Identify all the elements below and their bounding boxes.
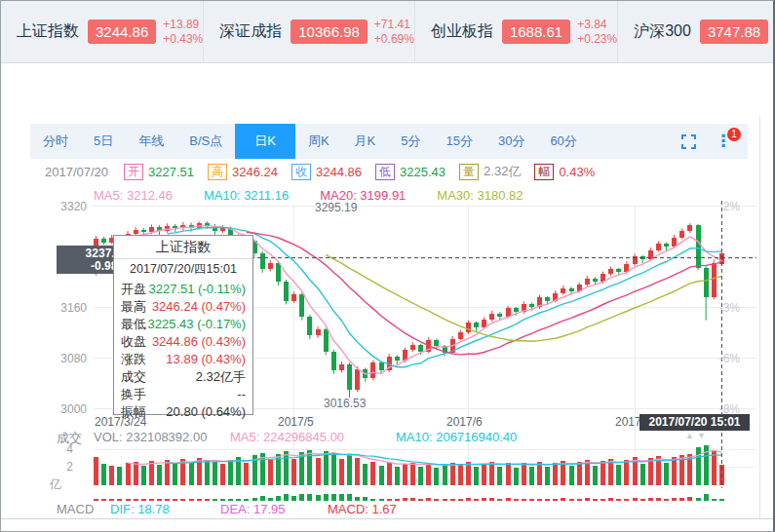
ticker-chinext[interactable]: 创业板指 1688.61 +3.84 +0.23% (415, 1, 618, 62)
ticker-price-badge: 10366.98 (291, 19, 368, 44)
tooltip-value: 3227.51 (-0.11%) (149, 281, 247, 298)
tooltip-value: 20.80 (0.64%) (166, 403, 246, 421)
scale-down-icon[interactable]: ▼ (697, 431, 709, 440)
tooltip-label: 振幅 (121, 403, 146, 421)
ticker-change: +71.41 (374, 18, 414, 32)
info-key-open: 开 (124, 164, 143, 180)
tab-5day[interactable]: 5日 (81, 124, 126, 159)
tab-30min[interactable]: 30分 (485, 124, 537, 159)
tooltip-value: 3225.43 (-0.17%) (148, 316, 246, 333)
macd-pane-label: MACD (57, 502, 94, 516)
period-tab-bar: 分时 5日 年线 B/S点 日K 周K 月K 5分 15分 30分 60分 ⋮ … (30, 124, 748, 159)
info-value-volume: 2.32亿 (484, 163, 521, 180)
index-ticker-bar: 上证指数 3244.86 +13.89 +0.43% 深证成指 10366.98… (1, 1, 773, 63)
info-value-high: 3246.24 (232, 165, 278, 179)
y-axis-label: 3160 (54, 301, 87, 315)
tab-5min[interactable]: 5分 (388, 124, 433, 159)
info-key-volume: 量 (459, 164, 479, 180)
fullscreen-icon[interactable] (679, 133, 697, 150)
macd-dif-value: DIF: 18.78 (110, 502, 170, 516)
info-key-amplitude: 幅 (534, 164, 554, 180)
ticker-pct: +0.69% (374, 32, 414, 47)
ticker-pct: +0.43% (163, 32, 203, 47)
info-key-high: 高 (208, 164, 227, 180)
volume-ma10-value: MA10: 206716940.40 (396, 430, 517, 444)
ticker-shanghai[interactable]: 上证指数 3244.86 +13.89 +0.43% (1, 1, 204, 62)
tab-minute[interactable]: 分时 (30, 124, 81, 159)
tooltip-label: 涨跌 (121, 351, 146, 368)
ticker-shenzhen[interactable]: 深证成指 10366.98 +71.41 +0.69% (204, 1, 415, 62)
stock-app-window: 上证指数 3244.86 +13.89 +0.43% 深证成指 10366.98… (0, 0, 775, 532)
ticker-name: 沪深300 (634, 21, 691, 42)
y-axis-label: 3000 (54, 402, 87, 416)
ohlc-info-bar: 2017/07/20 开 3227.51 高 3246.24 收 3244.86… (45, 163, 595, 180)
ticker-change: +13.89 (163, 18, 203, 32)
ticker-name: 深证成指 (219, 21, 282, 42)
ticker-pct: +0.23% (577, 32, 617, 47)
ticker-price-badge: 3244.86 (88, 19, 156, 44)
tooltip-label: 开盘 (121, 281, 146, 298)
volume-axis-label: 4 (40, 442, 73, 456)
tooltip-datetime: 2017/07/20/四15:01 (114, 259, 252, 281)
ticker-price-badge: 3747.88 (700, 19, 768, 44)
tooltip-value: 2.32亿手 (196, 368, 246, 386)
tooltip-label: 最高 (121, 298, 146, 316)
scale-up-icon[interactable]: ▲ (685, 431, 697, 440)
panel-divider (759, 116, 760, 519)
ticker-name: 上证指数 (17, 21, 79, 42)
tab-monthly-k[interactable]: 月K (342, 124, 389, 159)
info-date: 2017/07/20 (45, 165, 108, 179)
tab-15min[interactable]: 15分 (433, 124, 484, 159)
tooltip-label: 换手 (121, 386, 146, 403)
y-axis-label: 3080 (54, 352, 87, 365)
ticker-csi300[interactable]: 沪深300 3747.88 +18.14 +0.49% (618, 1, 775, 62)
y-axis-label: 3320 (54, 200, 87, 213)
bottom-border-line (1, 518, 773, 519)
info-value-amplitude: 0.43% (559, 165, 595, 179)
tab-weekly-k[interactable]: 周K (295, 124, 342, 159)
tooltip-title: 上证指数 (114, 236, 252, 259)
info-key-low: 低 (375, 164, 395, 180)
tooltip-value: -- (237, 386, 246, 403)
tooltip-label: 最低 (121, 316, 146, 333)
ticker-change: +3.84 (577, 18, 617, 32)
tooltip-label: 收盘 (121, 333, 146, 351)
info-key-close: 收 (291, 164, 311, 180)
notification-badge: 1 (727, 128, 741, 141)
macd-dea-value: DEA: 17.95 (220, 502, 286, 516)
more-menu-icon[interactable]: ⋮ 1 (715, 133, 732, 150)
volume-axis-unit: 亿 (28, 476, 61, 493)
info-value-close: 3244.86 (316, 165, 362, 179)
volume-axis-label: 2 (40, 460, 73, 474)
info-value-low: 3225.43 (400, 165, 446, 179)
volume-value: VOL: 232108392.00 (94, 430, 207, 444)
info-value-open: 3227.51 (148, 165, 194, 179)
ticker-name: 创业板指 (431, 21, 493, 42)
tooltip-label: 成交 (121, 368, 146, 386)
ticker-price-badge: 1688.61 (502, 19, 570, 44)
tab-bs-points[interactable]: B/S点 (176, 124, 235, 159)
tooltip-value: 3246.24 (0.47%) (152, 298, 246, 316)
tab-yearly[interactable]: 年线 (126, 124, 176, 159)
tooltip-value: 13.89 (0.43%) (166, 351, 246, 368)
tab-60min[interactable]: 60分 (537, 124, 589, 159)
tab-daily-k[interactable]: 日K (235, 124, 295, 159)
kline-tooltip: 上证指数 2017/07/20/四15:01 开盘3227.51 (-0.11%… (113, 235, 253, 415)
macd-value: MACD: 1.67 (328, 502, 397, 516)
volume-ma5-value: MA5: 224296845.00 (230, 430, 344, 444)
tooltip-value: 3244.86 (0.43%) (152, 333, 246, 351)
